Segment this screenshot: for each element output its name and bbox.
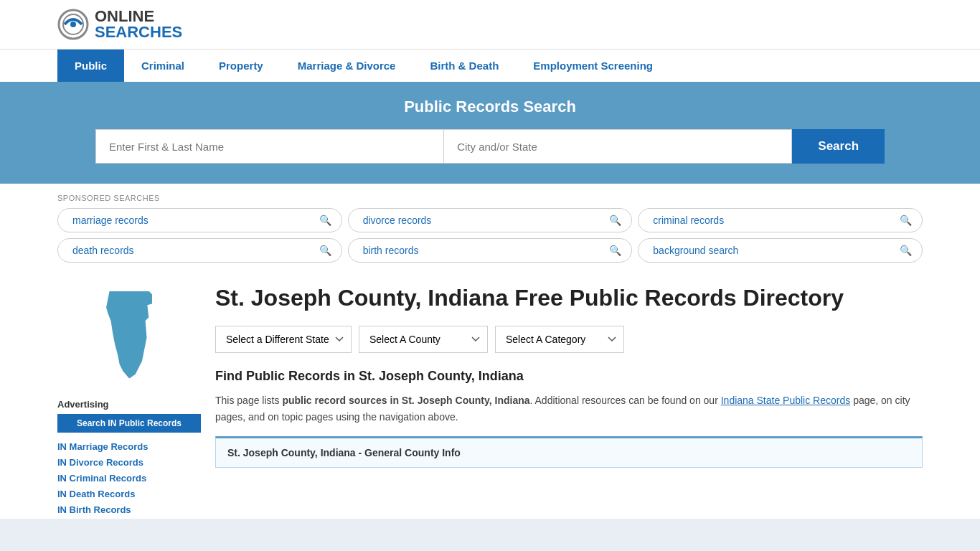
logo: ONLINE SEARCHES (57, 9, 182, 40)
sponsored-tag-criminal[interactable]: criminal records 🔍 (638, 208, 923, 232)
search-icon-background: 🔍 (900, 245, 912, 256)
sidebar-link-criminal[interactable]: IN Criminal Records (57, 471, 201, 484)
sponsored-tag-death[interactable]: death records 🔍 (57, 238, 342, 263)
county-dropdown[interactable]: Select A County (359, 326, 488, 353)
sponsored-label: SPONSORED SEARCHES (57, 194, 923, 202)
content-row: Advertising Search IN Public Records IN … (0, 270, 980, 519)
sidebar-link-birth[interactable]: IN Birth Records (57, 503, 201, 516)
sidebar-link-marriage[interactable]: IN Marriage Records (57, 440, 201, 453)
find-desc-start: This page lists (215, 395, 282, 406)
sponsored-section: SPONSORED SEARCHES marriage records 🔍 di… (0, 184, 980, 270)
sidebar-link-marriage-anchor[interactable]: IN Marriage Records (57, 441, 148, 452)
search-icon-criminal: 🔍 (900, 215, 912, 226)
search-button[interactable]: Search (792, 129, 885, 164)
logo-searches-text: SEARCHES (95, 24, 182, 40)
county-info-title: St. Joseph County, Indiana - General Cou… (227, 447, 910, 458)
dropdowns-row: Select a Different State Select A County… (215, 326, 923, 353)
logo-text: ONLINE SEARCHES (95, 9, 182, 40)
search-form: Search (95, 129, 885, 164)
search-icon-birth: 🔍 (609, 245, 621, 256)
sidebar-link-death[interactable]: IN Death Records (57, 487, 201, 500)
state-map (57, 284, 201, 385)
logo-online-text: ONLINE (95, 9, 182, 24)
location-input[interactable] (443, 129, 792, 164)
sponsored-tag-marriage[interactable]: marriage records 🔍 (57, 208, 342, 232)
sidebar-search-button[interactable]: Search IN Public Records (57, 414, 201, 433)
category-dropdown[interactable]: Select A Category (495, 326, 624, 353)
sponsored-tag-divorce[interactable]: divorce records 🔍 (348, 208, 633, 232)
svg-point-2 (70, 22, 76, 27)
search-icon-death: 🔍 (319, 245, 331, 256)
header: ONLINE SEARCHES (0, 0, 980, 49)
main-content: St. Joseph County, Indiana Free Public R… (215, 284, 923, 519)
page-title: St. Joseph County, Indiana Free Public R… (215, 284, 923, 311)
search-icon-divorce: 🔍 (609, 215, 621, 226)
state-dropdown[interactable]: Select a Different State (215, 326, 352, 353)
sidebar-links: IN Marriage Records IN Divorce Records I… (57, 440, 201, 516)
search-banner: Public Records Search Search (0, 82, 980, 184)
find-desc-link[interactable]: Indiana State Public Records (721, 395, 851, 406)
indiana-map-icon (86, 284, 172, 385)
nav-item-employment[interactable]: Employment Screening (516, 50, 670, 82)
sponsored-tag-death-label: death records (72, 245, 134, 256)
search-banner-title: Public Records Search (57, 98, 923, 116)
nav-item-marriage-divorce[interactable]: Marriage & Divorce (281, 50, 413, 82)
sidebar: Advertising Search IN Public Records IN … (57, 284, 201, 519)
sponsored-tag-marriage-label: marriage records (72, 215, 149, 226)
nav-item-public[interactable]: Public (57, 50, 124, 82)
search-icon-marriage: 🔍 (319, 215, 331, 226)
sponsored-tag-divorce-label: divorce records (363, 215, 432, 226)
nav-item-criminal[interactable]: Criminal (124, 50, 202, 82)
nav-item-birth-death[interactable]: Birth & Death (413, 50, 516, 82)
sidebar-link-criminal-anchor[interactable]: IN Criminal Records (57, 473, 146, 484)
sponsored-tag-background-label: background search (653, 245, 738, 256)
find-section: Find Public Records in St. Joseph County… (215, 369, 923, 425)
sidebar-link-divorce[interactable]: IN Divorce Records (57, 456, 201, 468)
find-section-title: Find Public Records in St. Joseph County… (215, 369, 923, 384)
logo-icon (57, 9, 89, 40)
sponsored-grid: marriage records 🔍 divorce records 🔍 cri… (57, 208, 923, 263)
sponsored-tag-birth[interactable]: birth records 🔍 (348, 238, 633, 263)
sponsored-tag-birth-label: birth records (363, 245, 419, 256)
sponsored-tag-background[interactable]: background search 🔍 (638, 238, 923, 263)
sidebar-link-birth-anchor[interactable]: IN Birth Records (57, 504, 131, 515)
county-info-box: St. Joseph County, Indiana - General Cou… (215, 436, 923, 468)
main-wrapper: SPONSORED SEARCHES marriage records 🔍 di… (0, 184, 980, 519)
sponsored-tag-criminal-label: criminal records (653, 215, 724, 226)
find-section-description: This page lists public record sources in… (215, 392, 923, 425)
advertising-label: Advertising (57, 399, 201, 410)
sidebar-link-divorce-anchor[interactable]: IN Divorce Records (57, 457, 143, 468)
sidebar-link-death-anchor[interactable]: IN Death Records (57, 489, 135, 499)
find-desc-bold: public record sources in St. Joseph Coun… (282, 395, 529, 406)
nav-item-property[interactable]: Property (202, 50, 281, 82)
name-input[interactable] (95, 129, 443, 164)
main-nav: Public Criminal Property Marriage & Divo… (0, 49, 980, 82)
find-desc-mid: . Additional resources can be found on o… (530, 395, 721, 406)
